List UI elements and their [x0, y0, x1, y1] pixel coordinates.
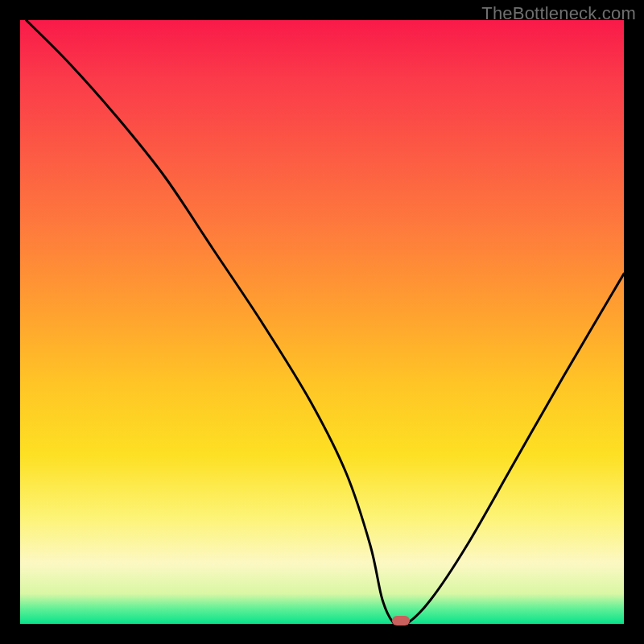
plot-area: [20, 20, 624, 624]
min-marker: [392, 616, 410, 625]
bottleneck-curve: [20, 20, 624, 624]
chart-frame: TheBottleneck.com: [0, 0, 644, 644]
